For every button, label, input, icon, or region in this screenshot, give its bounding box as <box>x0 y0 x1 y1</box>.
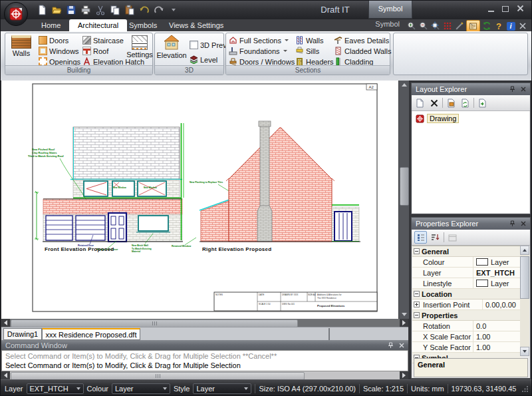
property-row-insertion[interactable]: Insertion Point0.00,0.00 <box>412 299 521 310</box>
sort-az-icon[interactable] <box>430 232 441 243</box>
expand-icon[interactable] <box>414 301 420 307</box>
doc-tab-drawing1[interactable]: Drawing1 <box>3 328 42 340</box>
tab-architectural[interactable]: Architectural <box>69 19 127 31</box>
pin-icon[interactable] <box>507 220 517 228</box>
symbol-window-tab[interactable]: Symbol <box>368 1 412 19</box>
cladded-walls-button[interactable]: Cladded Walls <box>334 46 392 56</box>
foundations-button[interactable]: Foundations <box>229 46 287 56</box>
staircase-button[interactable]: Staircase <box>82 35 124 45</box>
windows-button[interactable]: Windows <box>39 46 79 56</box>
door-icon <box>39 36 47 45</box>
category-properties[interactable]: Properties <box>412 310 521 321</box>
undo-icon[interactable] <box>138 4 150 16</box>
zoom-in-icon[interactable] <box>406 21 417 31</box>
grid-scroll-down-button[interactable] <box>520 347 529 356</box>
canvas-vscrollbar[interactable] <box>398 81 409 319</box>
window-controls <box>486 5 525 12</box>
eaves-details-button[interactable]: Eaves Details <box>334 35 389 45</box>
tab-views-settings[interactable]: Views & Settings <box>160 19 232 31</box>
new-icon[interactable] <box>35 4 48 16</box>
close-icon[interactable] <box>519 85 528 93</box>
copy-icon[interactable] <box>108 4 121 16</box>
draw-line-icon[interactable] <box>454 21 465 31</box>
walls-button[interactable]: Walls <box>7 35 36 57</box>
scroll-left-button[interactable] <box>1 371 10 379</box>
paste-icon[interactable] <box>123 4 136 16</box>
roof-button[interactable]: Roof <box>82 46 108 56</box>
open-icon[interactable] <box>50 4 63 16</box>
settings-button[interactable]: Settings <box>127 35 152 59</box>
vscroll-thumb[interactable] <box>400 167 409 206</box>
grid-scroll-up-button[interactable] <box>520 246 529 255</box>
grid-scroll-thumb[interactable] <box>520 256 529 299</box>
property-grid-scrollbar[interactable] <box>520 246 529 356</box>
scroll-up-button[interactable] <box>399 81 409 89</box>
section-walls-button[interactable]: Walls <box>295 35 323 45</box>
svg-text:SIZE A4: SIZE A4 <box>308 294 316 296</box>
drawing-icon <box>416 114 424 123</box>
view-toolbar: ? i <box>406 20 528 32</box>
canvas-hscrollbar[interactable] <box>1 319 408 327</box>
close-icon[interactable] <box>519 220 528 228</box>
delete-layout-icon[interactable] <box>428 97 440 108</box>
category-location[interactable]: Location <box>412 289 521 299</box>
property-row-xscale[interactable]: X Scale Factor1.00 <box>412 331 521 342</box>
style-dropdown[interactable]: Layer <box>193 383 251 394</box>
close-ribbon-icon[interactable] <box>517 21 528 31</box>
print-icon[interactable] <box>79 4 92 16</box>
scroll-right-button[interactable] <box>400 319 408 327</box>
drawing-canvas[interactable]: A2 <box>1 81 398 319</box>
minimize-button[interactable] <box>486 5 495 12</box>
property-row-rotation[interactable]: Rotation0.0 <box>412 321 521 331</box>
tab-home[interactable]: Home <box>33 19 69 31</box>
checkbox-icon <box>190 41 198 49</box>
categorized-icon[interactable] <box>414 231 427 244</box>
import-layout-icon[interactable] <box>446 97 457 108</box>
doors-button[interactable]: Doors <box>39 35 68 45</box>
tab-symbols[interactable]: Symbols <box>120 19 166 31</box>
refresh-icon[interactable] <box>481 21 492 31</box>
pan-zoom-icon[interactable] <box>430 21 441 31</box>
layer-dropdown[interactable]: EXT_HTCH <box>27 383 84 394</box>
property-row-colour[interactable]: ColourLayer <box>412 257 521 268</box>
grid-icon[interactable] <box>442 21 453 31</box>
elevation-button[interactable]: Elevation <box>157 35 186 59</box>
pin-icon[interactable] <box>386 341 395 349</box>
export-layout-icon[interactable] <box>477 97 488 108</box>
qat-overflow-icon[interactable] <box>167 4 180 16</box>
command-window[interactable]: Select Command or Item(s) to Modify, Cli… <box>1 350 408 371</box>
cut-icon[interactable] <box>94 4 106 16</box>
save-icon[interactable] <box>65 4 77 16</box>
app-menu-button[interactable] <box>4 2 28 26</box>
redo-icon[interactable] <box>152 4 165 16</box>
close-button[interactable] <box>515 5 525 12</box>
property-row-layer[interactable]: LayerEXT_HTCH <box>412 268 521 278</box>
help-icon[interactable]: ? <box>493 21 504 31</box>
scroll-down-button[interactable] <box>399 310 409 319</box>
close-icon[interactable] <box>397 341 406 349</box>
annotation: Tiled to Match Existing Roof <box>28 154 64 158</box>
pin-icon[interactable] <box>507 85 517 93</box>
category-general[interactable]: General <box>412 246 521 257</box>
new-layout-icon[interactable] <box>414 97 426 108</box>
doc-tab-residence[interactable]: xxx Residence Proposed.dft <box>42 328 140 340</box>
annotation: New Flashing to Replace Tiles <box>190 181 223 184</box>
scroll-right-button[interactable] <box>400 371 408 379</box>
property-row-linestyle[interactable]: LinestyleLayer <box>412 278 521 289</box>
svg-text:DWG No 001: DWG No 001 <box>282 303 295 305</box>
full-sections-button[interactable]: Full Sections <box>229 35 289 45</box>
elevation-tool-icon[interactable] <box>466 20 480 32</box>
layout-item-drawing[interactable]: Drawing <box>412 111 529 123</box>
sills-button[interactable]: Sills <box>295 46 319 56</box>
property-row-yscale[interactable]: Y Scale Factor1.00 <box>412 342 521 353</box>
resize-grip[interactable] <box>522 385 529 392</box>
layout-explorer-title: Layout Explorer <box>416 83 467 95</box>
zoom-out-icon[interactable] <box>418 21 429 31</box>
command-scrollbar[interactable] <box>1 371 408 379</box>
scroll-left-button[interactable] <box>1 319 10 327</box>
refresh-layout-icon[interactable] <box>460 97 471 108</box>
info-icon[interactable]: i <box>505 21 516 31</box>
level-button[interactable]: Level <box>190 55 217 65</box>
colour-dropdown[interactable]: Layer <box>112 383 170 394</box>
maximize-button[interactable] <box>501 5 510 12</box>
